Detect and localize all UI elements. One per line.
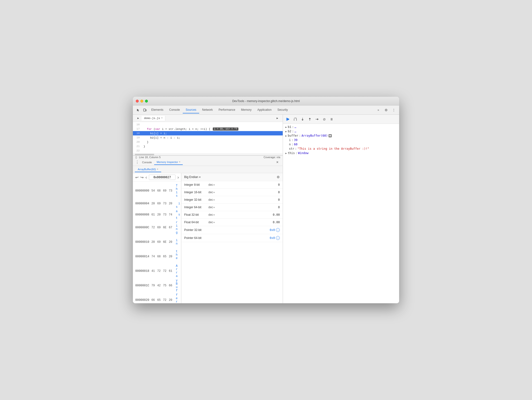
step-over-btn[interactable] (292, 116, 298, 122)
tab-elements[interactable]: Elements (148, 107, 166, 113)
close-button[interactable] (136, 100, 139, 103)
pause-exceptions-btn[interactable]: ⏸ (328, 116, 335, 122)
hex-byte[interactable]: 73 (162, 209, 168, 220)
file-tab-demo-js[interactable]: demo-js.js × (142, 116, 165, 121)
hex-byte[interactable]: 20 (168, 235, 174, 249)
code-scrollbar[interactable] (133, 153, 283, 155)
hex-byte[interactable]: 68 (156, 249, 162, 264)
tab-security[interactable]: Security (274, 107, 291, 113)
hex-byte[interactable]: 41 (150, 264, 156, 278)
hex-byte[interactable]: 73 (168, 184, 174, 198)
minimize-button[interactable] (140, 100, 143, 103)
hex-byte[interactable]: 74 (150, 249, 156, 264)
ptr32-navigate-icon[interactable]: → (276, 228, 280, 232)
di-format-int32[interactable]: dec ▾ (208, 198, 218, 201)
hex-forward-btn[interactable]: › (177, 175, 179, 180)
tab-performance[interactable]: Performance (216, 107, 238, 113)
hex-addr: 00000000 (133, 184, 150, 198)
settings-icon[interactable]: ⚙ (383, 107, 389, 113)
tab-console[interactable]: Console (166, 107, 183, 113)
tab-memory-inspector-close[interactable]: × (179, 161, 180, 163)
hex-undo-btn[interactable]: ↩ (135, 175, 138, 180)
hex-byte[interactable]: 20 (150, 235, 156, 249)
hex-byte[interactable]: 65 (162, 249, 168, 264)
arraybuffer-subtab-close[interactable]: × (157, 168, 158, 170)
hex-ascii: y B u f (174, 278, 181, 293)
tab-sources[interactable]: Sources (183, 107, 199, 113)
hex-byte[interactable]: 20 (168, 249, 174, 264)
format-icon[interactable]: ▶ (274, 115, 281, 122)
step-out-btn[interactable] (307, 116, 313, 122)
tab-options-icon[interactable]: ⋮ (135, 160, 140, 165)
hex-byte[interactable]: 69 (156, 235, 162, 249)
ptr64-navigate-icon[interactable]: → (276, 236, 280, 240)
hex-byte[interactable]: 72 (150, 220, 156, 235)
hex-address-input[interactable] (149, 175, 175, 180)
data-inspector-settings-icon[interactable]: ⚙ (277, 175, 280, 179)
menu-icon[interactable]: ⋮ (390, 107, 397, 113)
di-format-float64[interactable]: dec ▾ (208, 221, 218, 224)
ptr64-value[interactable]: 0x0 → (270, 236, 280, 240)
hex-byte[interactable]: 67 (168, 220, 174, 235)
hex-byte[interactable]: 20 (150, 198, 156, 209)
scope-item-n: n : 60 (283, 142, 399, 147)
maximize-button[interactable] (145, 100, 148, 103)
hex-byte[interactable]: 68 (156, 184, 162, 198)
deactivate-btn[interactable]: ⊘ (321, 116, 327, 122)
di-format-int8[interactable]: dec ▾ (208, 183, 218, 186)
hex-redo-btn[interactable]: ↪ (140, 175, 144, 180)
scope-item-buffer[interactable]: ▶ buffer : ArrayBuffer(60) 🔲 (283, 133, 399, 138)
arraybuffer-subtab[interactable]: ArrayBuffer(60) × (135, 167, 161, 172)
bottom-panel-close[interactable]: × (274, 159, 281, 166)
hex-byte[interactable]: 79 (150, 278, 156, 293)
more-tabs-icon[interactable]: » (375, 107, 382, 113)
hex-byte[interactable]: 20 (156, 209, 162, 220)
tab-memory-inspector[interactable]: Memory Inspector × (154, 160, 183, 165)
tab-network[interactable]: Network (199, 107, 216, 113)
resume-btn[interactable] (285, 116, 291, 122)
hex-byte[interactable]: 61 (150, 209, 156, 220)
hex-byte[interactable]: 54 (150, 184, 156, 198)
code-scrollbar-thumb[interactable] (135, 154, 154, 155)
arraybuffer-icon[interactable]: 🔲 (328, 134, 332, 137)
cursor-icon[interactable] (135, 107, 142, 113)
hex-byte[interactable]: 6E (162, 220, 168, 235)
hex-byte[interactable]: 69 (156, 220, 162, 235)
hex-byte[interactable]: 65 (156, 293, 162, 303)
ptr32-value[interactable]: 0x0 → (270, 228, 280, 232)
hex-byte[interactable]: 72 (162, 264, 168, 278)
close-bottom-panel-icon[interactable]: × (274, 159, 281, 166)
hex-byte[interactable]: 69 (162, 184, 168, 198)
hex-byte[interactable]: 74 (168, 209, 174, 220)
hex-byte[interactable]: 66 (150, 293, 156, 303)
hex-byte[interactable]: 69 (156, 198, 162, 209)
hex-back-btn[interactable]: ‹ (145, 175, 147, 180)
run-icon[interactable]: ▶ (135, 115, 142, 122)
hex-byte[interactable]: 42 (156, 278, 162, 293)
scope-item-this[interactable]: ▶ this : Window (283, 151, 399, 155)
step-btn[interactable] (314, 116, 320, 122)
hex-byte[interactable]: 73 (162, 198, 168, 209)
tab-application[interactable]: Application (254, 107, 274, 113)
scope-item-b2[interactable]: ▶ b2 : … (283, 129, 399, 133)
scope-arrow-b1: ▶ (285, 126, 287, 128)
hex-byte[interactable]: 66 (168, 278, 174, 293)
hex-byte[interactable]: 72 (156, 264, 162, 278)
di-format-int16[interactable]: dec ▾ (208, 191, 218, 194)
hex-byte[interactable]: 61 (168, 264, 174, 278)
di-format-float32[interactable]: dec ▾ (208, 213, 218, 216)
hex-byte[interactable]: 20 (168, 198, 174, 209)
file-tab-close[interactable]: × (161, 117, 163, 119)
debugger-toolbar: ⊘ ⏸ (283, 115, 399, 124)
tab-memory[interactable]: Memory (238, 107, 254, 113)
hex-byte[interactable]: 72 (162, 293, 168, 303)
di-format-int64[interactable]: dec ▾ (208, 206, 218, 209)
hex-byte[interactable]: 6E (162, 235, 168, 249)
tab-console-bottom[interactable]: Console (140, 160, 154, 165)
hex-byte[interactable]: 75 (162, 278, 168, 293)
hex-byte[interactable]: 20 (168, 293, 174, 303)
device-icon[interactable] (142, 107, 148, 113)
endian-selector[interactable]: Big Endian ▾ (184, 175, 201, 179)
scope-item-b1[interactable]: ▶ b1 : … (283, 125, 399, 129)
step-into-btn[interactable] (299, 116, 306, 122)
